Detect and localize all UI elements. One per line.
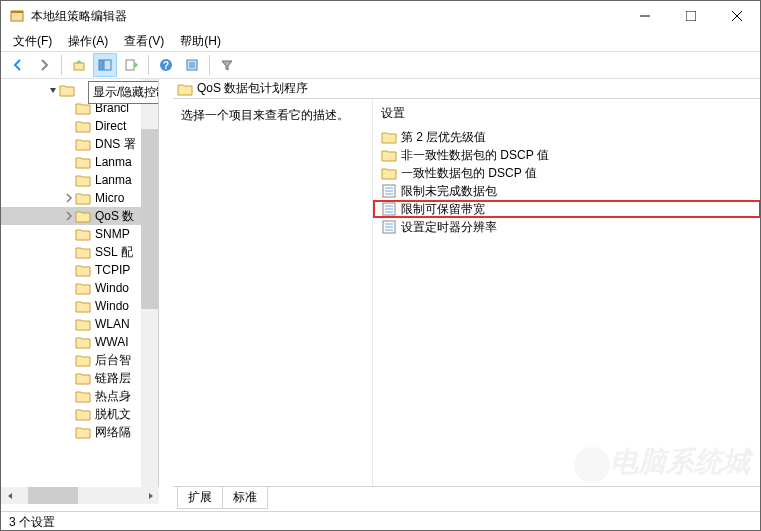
tree-item[interactable]: 脱机文 — [1, 405, 158, 423]
filter-button[interactable] — [215, 53, 239, 77]
tree-item[interactable]: Lanma — [1, 171, 158, 189]
tree-item[interactable]: WWAI — [1, 333, 158, 351]
folder-icon — [75, 335, 91, 349]
tree-item[interactable]: SNMP — [1, 225, 158, 243]
folder-icon — [381, 165, 397, 181]
chevron-right-icon[interactable] — [63, 318, 75, 330]
chevron-right-icon[interactable] — [63, 336, 75, 348]
setting-item[interactable]: 一致性数据包的 DSCP 值 — [373, 164, 761, 182]
tooltip-show-hide-tree: 显示/隐藏控制台树 — [88, 81, 159, 104]
chevron-right-icon[interactable] — [63, 120, 75, 132]
scrollbar-thumb[interactable] — [141, 129, 158, 309]
chevron-right-icon[interactable] — [63, 192, 75, 204]
chevron-right-icon[interactable] — [63, 354, 75, 366]
chevron-right-icon[interactable] — [63, 372, 75, 384]
scrollbar-thumb[interactable] — [28, 487, 78, 504]
chevron-right-icon[interactable] — [63, 408, 75, 420]
close-button[interactable] — [714, 1, 760, 31]
chevron-right-icon[interactable] — [63, 264, 75, 276]
tree-item[interactable]: 热点身 — [1, 387, 158, 405]
folder-icon — [75, 155, 91, 169]
scroll-right-button[interactable] — [142, 487, 159, 504]
folder-icon — [75, 173, 91, 187]
chevron-right-icon[interactable] — [63, 282, 75, 294]
folder-icon — [75, 281, 91, 295]
description-text: 选择一个项目来查看它的描述。 — [181, 108, 349, 122]
chevron-right-icon[interactable] — [63, 426, 75, 438]
tree-item[interactable]: 后台智 — [1, 351, 158, 369]
setting-item[interactable]: 设置定时器分辨率 — [373, 218, 761, 236]
tree-item[interactable]: TCPIP — [1, 261, 158, 279]
setting-item[interactable]: 非一致性数据包的 DSCP 值 — [373, 146, 761, 164]
tree-scrollbar-vertical[interactable] — [141, 79, 158, 487]
chevron-right-icon[interactable] — [63, 138, 75, 150]
svg-rect-8 — [104, 60, 111, 70]
scrollbar-track[interactable] — [18, 487, 142, 504]
tree-item[interactable]: Windo — [1, 297, 158, 315]
tree-item-label: DNS 署 — [95, 136, 136, 153]
titlebar: 本地组策略编辑器 — [1, 1, 760, 31]
properties-button[interactable] — [180, 53, 204, 77]
back-button[interactable] — [6, 53, 30, 77]
menu-file[interactable]: 文件(F) — [5, 31, 60, 52]
tree-item[interactable]: 网络隔 — [1, 423, 158, 441]
chevron-right-icon[interactable] — [63, 390, 75, 402]
settings-column: 设置 第 2 层优先级值非一致性数据包的 DSCP 值一致性数据包的 DSCP … — [373, 99, 761, 486]
tree-item[interactable]: Direct — [1, 117, 158, 135]
chevron-right-icon[interactable] — [63, 102, 75, 114]
maximize-button[interactable] — [668, 1, 714, 31]
tree-scrollbar-horizontal[interactable] — [1, 487, 159, 504]
folder-icon — [75, 137, 91, 151]
export-list-button[interactable] — [119, 53, 143, 77]
svg-rect-1 — [11, 11, 23, 13]
details-pane: QoS 数据包计划程序 选择一个项目来查看它的描述。 设置 第 2 层优先级值非… — [173, 79, 761, 511]
status-count: 3 个设置 — [9, 514, 55, 531]
help-button[interactable]: ? — [154, 53, 178, 77]
tree-pane: BranclDirectDNS 署LanmaLanmaMicroQoS 数SNM… — [1, 79, 159, 487]
folder-icon — [381, 147, 397, 163]
scroll-left-button[interactable] — [1, 487, 18, 504]
tree-item-label: WLAN — [95, 317, 130, 331]
tree-item[interactable]: Lanma — [1, 153, 158, 171]
toolbar-separator — [209, 55, 210, 75]
show-hide-tree-button[interactable] — [93, 53, 117, 77]
tree-item[interactable]: SSL 配 — [1, 243, 158, 261]
folder-icon — [75, 371, 91, 385]
chevron-right-icon[interactable] — [63, 300, 75, 312]
tree-item[interactable]: DNS 署 — [1, 135, 158, 153]
folder-icon — [177, 82, 193, 96]
chevron-right-icon[interactable] — [63, 228, 75, 240]
folder-icon — [75, 317, 91, 331]
tree-item[interactable]: 链路层 — [1, 369, 158, 387]
folder-icon — [75, 425, 91, 439]
tree-item-label: WWAI — [95, 335, 129, 349]
chevron-right-icon[interactable] — [63, 174, 75, 186]
setting-item[interactable]: 第 2 层优先级值 — [373, 128, 761, 146]
policy-icon — [381, 183, 397, 199]
forward-button[interactable] — [32, 53, 56, 77]
tree-item[interactable]: Micro — [1, 189, 158, 207]
menu-view[interactable]: 查看(V) — [116, 31, 172, 52]
tree-item[interactable]: QoS 数 — [1, 207, 158, 225]
tab-standard[interactable]: 标准 — [222, 487, 268, 509]
menu-action[interactable]: 操作(A) — [60, 31, 116, 52]
setting-item[interactable]: 限制可保留带宽 — [373, 200, 761, 218]
tab-extended[interactable]: 扩展 — [177, 487, 223, 509]
setting-label: 一致性数据包的 DSCP 值 — [401, 165, 537, 182]
tree-item[interactable]: WLAN — [1, 315, 158, 333]
setting-label: 限制未完成数据包 — [401, 183, 497, 200]
up-button[interactable] — [67, 53, 91, 77]
chevron-right-icon[interactable] — [63, 210, 75, 222]
minimize-button[interactable] — [622, 1, 668, 31]
folder-icon — [75, 191, 91, 205]
chevron-right-icon[interactable] — [63, 156, 75, 168]
tree-item[interactable]: Windo — [1, 279, 158, 297]
tree-item-label: Lanma — [95, 155, 132, 169]
tree-item-label: Micro — [95, 191, 124, 205]
menu-help[interactable]: 帮助(H) — [172, 31, 229, 52]
tree-item-label: QoS 数 — [95, 208, 134, 225]
tree[interactable]: BranclDirectDNS 署LanmaLanmaMicroQoS 数SNM… — [1, 79, 158, 441]
statusbar: 3 个设置 — [1, 511, 760, 531]
setting-item[interactable]: 限制未完成数据包 — [373, 182, 761, 200]
chevron-right-icon[interactable] — [63, 246, 75, 258]
